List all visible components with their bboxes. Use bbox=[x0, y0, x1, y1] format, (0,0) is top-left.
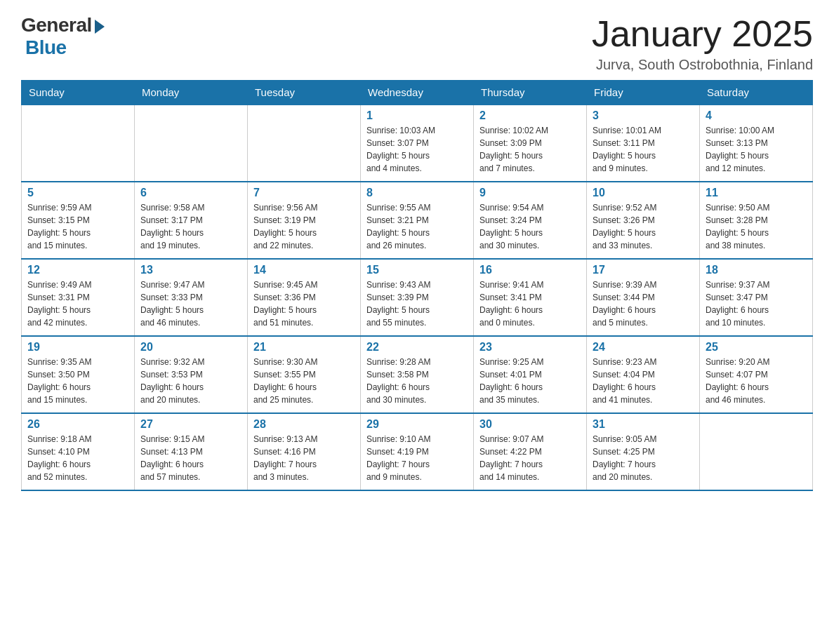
day-info: Sunrise: 9:45 AMSunset: 3:36 PMDaylight:… bbox=[253, 279, 355, 329]
table-row: 12Sunrise: 9:49 AMSunset: 3:31 PMDayligh… bbox=[22, 259, 135, 336]
day-info: Sunrise: 10:00 AMSunset: 3:13 PMDaylight… bbox=[706, 124, 807, 175]
day-info: Sunrise: 9:50 AMSunset: 3:28 PMDaylight:… bbox=[706, 201, 807, 252]
table-row: 30Sunrise: 9:07 AMSunset: 4:22 PMDayligh… bbox=[474, 413, 587, 490]
day-info: Sunrise: 9:43 AMSunset: 3:39 PMDaylight:… bbox=[366, 279, 468, 329]
day-number: 6 bbox=[140, 187, 241, 199]
day-info: Sunrise: 9:58 AMSunset: 3:17 PMDaylight:… bbox=[140, 201, 241, 252]
day-number: 27 bbox=[140, 418, 241, 431]
table-row bbox=[248, 105, 361, 182]
table-row: 23Sunrise: 9:25 AMSunset: 4:01 PMDayligh… bbox=[474, 336, 587, 413]
location-title: Jurva, South Ostrobothnia, Finland bbox=[592, 57, 813, 73]
day-number: 29 bbox=[366, 418, 468, 431]
col-monday: Monday bbox=[135, 81, 248, 105]
day-number: 20 bbox=[140, 341, 241, 354]
table-row: 10Sunrise: 9:52 AMSunset: 3:26 PMDayligh… bbox=[587, 182, 700, 259]
table-row: 4Sunrise: 10:00 AMSunset: 3:13 PMDayligh… bbox=[700, 105, 813, 182]
logo: General Blue bbox=[21, 14, 105, 59]
page-header: General Blue January 2025 Jurva, South O… bbox=[21, 14, 813, 73]
day-number: 21 bbox=[253, 341, 355, 354]
calendar-header-row: Sunday Monday Tuesday Wednesday Thursday… bbox=[22, 81, 813, 105]
logo-arrow-icon bbox=[95, 20, 105, 34]
col-thursday: Thursday bbox=[474, 81, 587, 105]
table-row: 27Sunrise: 9:15 AMSunset: 4:13 PMDayligh… bbox=[135, 413, 248, 490]
day-number: 8 bbox=[366, 187, 468, 199]
day-info: Sunrise: 9:25 AMSunset: 4:01 PMDaylight:… bbox=[479, 356, 581, 406]
day-number: 4 bbox=[706, 109, 807, 122]
day-number: 10 bbox=[593, 187, 694, 199]
table-row: 15Sunrise: 9:43 AMSunset: 3:39 PMDayligh… bbox=[361, 259, 474, 336]
table-row: 2Sunrise: 10:02 AMSunset: 3:09 PMDayligh… bbox=[474, 105, 587, 182]
table-row: 31Sunrise: 9:05 AMSunset: 4:25 PMDayligh… bbox=[587, 413, 700, 490]
table-row: 14Sunrise: 9:45 AMSunset: 3:36 PMDayligh… bbox=[248, 259, 361, 336]
title-block: January 2025 Jurva, South Ostrobothnia, … bbox=[592, 14, 813, 73]
day-info: Sunrise: 9:30 AMSunset: 3:55 PMDaylight:… bbox=[253, 356, 355, 406]
day-info: Sunrise: 9:55 AMSunset: 3:21 PMDaylight:… bbox=[366, 201, 468, 252]
table-row: 18Sunrise: 9:37 AMSunset: 3:47 PMDayligh… bbox=[700, 259, 813, 336]
table-row: 21Sunrise: 9:30 AMSunset: 3:55 PMDayligh… bbox=[248, 336, 361, 413]
day-number: 28 bbox=[253, 418, 355, 431]
day-number: 2 bbox=[479, 109, 581, 122]
day-info: Sunrise: 9:39 AMSunset: 3:44 PMDaylight:… bbox=[593, 279, 694, 329]
table-row: 17Sunrise: 9:39 AMSunset: 3:44 PMDayligh… bbox=[587, 259, 700, 336]
day-info: Sunrise: 10:01 AMSunset: 3:11 PMDaylight… bbox=[593, 124, 694, 175]
table-row bbox=[22, 105, 135, 182]
table-row: 6Sunrise: 9:58 AMSunset: 3:17 PMDaylight… bbox=[135, 182, 248, 259]
table-row: 16Sunrise: 9:41 AMSunset: 3:41 PMDayligh… bbox=[474, 259, 587, 336]
day-number: 1 bbox=[366, 109, 468, 122]
table-row: 9Sunrise: 9:54 AMSunset: 3:24 PMDaylight… bbox=[474, 182, 587, 259]
table-row bbox=[135, 105, 248, 182]
day-number: 9 bbox=[479, 187, 581, 199]
day-number: 23 bbox=[479, 341, 581, 354]
day-number: 22 bbox=[366, 341, 468, 354]
day-info: Sunrise: 9:32 AMSunset: 3:53 PMDaylight:… bbox=[140, 356, 241, 406]
day-number: 16 bbox=[479, 264, 581, 276]
day-info: Sunrise: 9:56 AMSunset: 3:19 PMDaylight:… bbox=[253, 201, 355, 252]
day-number: 15 bbox=[366, 264, 468, 276]
day-info: Sunrise: 9:13 AMSunset: 4:16 PMDaylight:… bbox=[253, 433, 355, 483]
day-info: Sunrise: 9:59 AMSunset: 3:15 PMDaylight:… bbox=[27, 201, 128, 252]
day-number: 13 bbox=[140, 264, 241, 276]
calendar-table: Sunday Monday Tuesday Wednesday Thursday… bbox=[21, 80, 813, 491]
day-number: 24 bbox=[593, 341, 694, 354]
table-row: 1Sunrise: 10:03 AMSunset: 3:07 PMDayligh… bbox=[361, 105, 474, 182]
day-number: 19 bbox=[27, 341, 128, 354]
day-info: Sunrise: 9:05 AMSunset: 4:25 PMDaylight:… bbox=[593, 433, 694, 483]
day-info: Sunrise: 10:03 AMSunset: 3:07 PMDaylight… bbox=[366, 124, 468, 175]
day-info: Sunrise: 9:47 AMSunset: 3:33 PMDaylight:… bbox=[140, 279, 241, 329]
table-row: 20Sunrise: 9:32 AMSunset: 3:53 PMDayligh… bbox=[135, 336, 248, 413]
logo-blue-text: Blue bbox=[25, 36, 67, 59]
month-title: January 2025 bbox=[592, 14, 813, 54]
day-number: 17 bbox=[593, 264, 694, 276]
table-row: 3Sunrise: 10:01 AMSunset: 3:11 PMDayligh… bbox=[587, 105, 700, 182]
day-info: Sunrise: 9:28 AMSunset: 3:58 PMDaylight:… bbox=[366, 356, 468, 406]
day-number: 3 bbox=[593, 109, 694, 122]
table-row: 29Sunrise: 9:10 AMSunset: 4:19 PMDayligh… bbox=[361, 413, 474, 490]
day-info: Sunrise: 10:02 AMSunset: 3:09 PMDaylight… bbox=[479, 124, 581, 175]
calendar-week-2: 5Sunrise: 9:59 AMSunset: 3:15 PMDaylight… bbox=[22, 182, 813, 259]
table-row: 22Sunrise: 9:28 AMSunset: 3:58 PMDayligh… bbox=[361, 336, 474, 413]
col-sunday: Sunday bbox=[22, 81, 135, 105]
table-row: 13Sunrise: 9:47 AMSunset: 3:33 PMDayligh… bbox=[135, 259, 248, 336]
day-info: Sunrise: 9:37 AMSunset: 3:47 PMDaylight:… bbox=[706, 279, 807, 329]
table-row: 19Sunrise: 9:35 AMSunset: 3:50 PMDayligh… bbox=[22, 336, 135, 413]
day-number: 31 bbox=[593, 418, 694, 431]
table-row: 7Sunrise: 9:56 AMSunset: 3:19 PMDaylight… bbox=[248, 182, 361, 259]
day-number: 25 bbox=[706, 341, 807, 354]
table-row: 8Sunrise: 9:55 AMSunset: 3:21 PMDaylight… bbox=[361, 182, 474, 259]
calendar-week-3: 12Sunrise: 9:49 AMSunset: 3:31 PMDayligh… bbox=[22, 259, 813, 336]
col-saturday: Saturday bbox=[700, 81, 813, 105]
calendar-week-1: 1Sunrise: 10:03 AMSunset: 3:07 PMDayligh… bbox=[22, 105, 813, 182]
day-number: 12 bbox=[27, 264, 128, 276]
day-info: Sunrise: 9:52 AMSunset: 3:26 PMDaylight:… bbox=[593, 201, 694, 252]
day-number: 7 bbox=[253, 187, 355, 199]
table-row: 26Sunrise: 9:18 AMSunset: 4:10 PMDayligh… bbox=[22, 413, 135, 490]
logo-general-text: General bbox=[21, 14, 92, 36]
col-tuesday: Tuesday bbox=[248, 81, 361, 105]
day-number: 26 bbox=[27, 418, 128, 431]
table-row: 28Sunrise: 9:13 AMSunset: 4:16 PMDayligh… bbox=[248, 413, 361, 490]
day-number: 30 bbox=[479, 418, 581, 431]
day-number: 5 bbox=[27, 187, 128, 199]
day-number: 14 bbox=[253, 264, 355, 276]
table-row bbox=[700, 413, 813, 490]
day-info: Sunrise: 9:07 AMSunset: 4:22 PMDaylight:… bbox=[479, 433, 581, 483]
